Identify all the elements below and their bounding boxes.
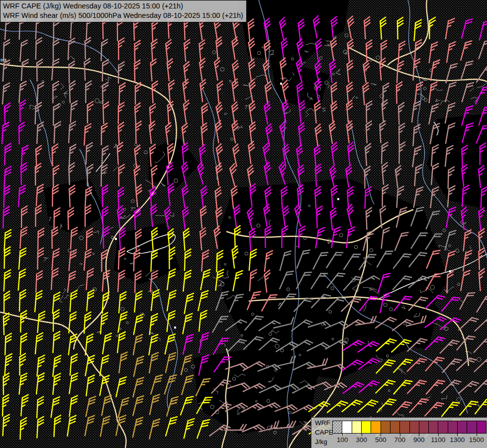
wind-barb xyxy=(363,61,369,83)
wind-barb xyxy=(331,38,337,60)
terrain-contour xyxy=(319,57,322,60)
wind-barb xyxy=(184,419,195,438)
wind-barb xyxy=(52,59,59,80)
terrain-contour xyxy=(371,83,376,85)
legend-tick-label: 1100 xyxy=(431,436,445,444)
legend-cell-1100-1200 xyxy=(438,421,448,433)
wind-barb xyxy=(100,313,107,334)
wind-barb xyxy=(88,102,93,123)
wind-barb xyxy=(479,208,485,229)
wind-barb xyxy=(395,166,401,188)
wind-barb xyxy=(53,373,60,394)
terrain-contour xyxy=(477,357,481,361)
wind-barb xyxy=(461,61,473,80)
wind-barb xyxy=(201,186,207,208)
wind-barb xyxy=(134,315,143,335)
wind-barb xyxy=(69,163,74,184)
legend-title-unit: J/kg xyxy=(315,437,333,447)
wind-barb xyxy=(119,164,124,186)
legend-cell-800-900 xyxy=(410,421,419,433)
terrain-contour xyxy=(80,236,84,240)
wind-barb xyxy=(84,249,91,270)
wind-barb xyxy=(477,297,487,312)
wind-barb xyxy=(377,399,395,412)
wind-barb xyxy=(2,122,9,143)
wind-barb xyxy=(151,375,162,394)
wind-barb xyxy=(53,81,58,103)
city-marker xyxy=(337,198,339,200)
terrain-contour xyxy=(422,97,425,100)
wind-barb xyxy=(134,60,140,82)
terrain-contour xyxy=(224,112,227,114)
wind-barb xyxy=(415,165,422,186)
terrain-contour xyxy=(396,412,403,417)
wind-barb xyxy=(442,297,460,311)
wind-barb xyxy=(347,101,352,122)
wind-barb xyxy=(213,338,229,354)
wind-barb xyxy=(183,207,189,229)
wind-barb xyxy=(394,359,412,372)
terrain-contour xyxy=(68,249,72,252)
wind-barb xyxy=(69,61,75,83)
wind-barb xyxy=(119,352,127,373)
wind-barb xyxy=(71,101,77,122)
river xyxy=(30,80,52,164)
wind-barb xyxy=(250,122,256,144)
wind-barb xyxy=(214,58,220,80)
wind-barb xyxy=(431,60,440,80)
wind-barb xyxy=(464,230,471,251)
wind-barb xyxy=(68,271,76,292)
map-title-panel: WRF CAPE (J/kg) Wednesday 08-10-2025 15:… xyxy=(0,0,247,22)
terrain-contour xyxy=(444,287,454,293)
terrain-contour xyxy=(99,100,104,104)
legend-tick-label: 100 xyxy=(337,436,348,444)
wind-barb xyxy=(475,359,487,371)
wind-barb xyxy=(216,163,222,185)
wind-barb xyxy=(415,82,423,103)
legend-cell-100-200 xyxy=(342,421,352,433)
wind-barb xyxy=(166,123,171,145)
wind-barb xyxy=(101,39,107,61)
wind-barb xyxy=(215,187,221,209)
wind-barb xyxy=(86,397,96,417)
terrain-contour xyxy=(60,83,64,90)
wind-barb xyxy=(52,249,59,270)
city-marker xyxy=(449,270,451,272)
wind-barb xyxy=(414,187,423,207)
wind-barb xyxy=(230,164,236,186)
wind-barb xyxy=(479,248,484,269)
wind-barb xyxy=(102,185,108,207)
wind-barb xyxy=(4,270,10,291)
wind-barb xyxy=(135,40,140,62)
terrain-contour xyxy=(356,97,358,99)
wind-barb xyxy=(136,121,141,143)
terrain-contour xyxy=(94,230,99,234)
wind-barb xyxy=(20,334,27,355)
legend-tick-label: 700 xyxy=(394,436,406,444)
wind-barb xyxy=(85,124,91,145)
white-border xyxy=(96,153,110,172)
wind-barb xyxy=(54,416,61,437)
wind-barb xyxy=(399,123,404,145)
wind-barb xyxy=(37,82,44,103)
wind-barb xyxy=(149,352,158,373)
wind-barb xyxy=(70,354,77,375)
wind-barb xyxy=(136,185,142,207)
wind-barb xyxy=(36,205,41,226)
wind-barb xyxy=(53,332,60,352)
wind-barb xyxy=(118,122,124,144)
wind-barb xyxy=(4,186,10,207)
terrain-contour xyxy=(424,397,431,399)
terrain-contour xyxy=(212,51,216,54)
wind-barb xyxy=(396,82,402,103)
legend-title-variable: CAPE xyxy=(315,428,333,437)
wind-barb xyxy=(461,207,467,229)
wind-barb xyxy=(283,101,289,122)
wind-barb xyxy=(19,248,26,269)
wind-barb xyxy=(407,380,426,393)
wind-barb xyxy=(149,419,160,439)
wind-barb xyxy=(70,291,77,312)
wind-barb xyxy=(70,396,78,416)
wind-barb xyxy=(2,83,9,104)
wind-barb xyxy=(479,229,485,250)
